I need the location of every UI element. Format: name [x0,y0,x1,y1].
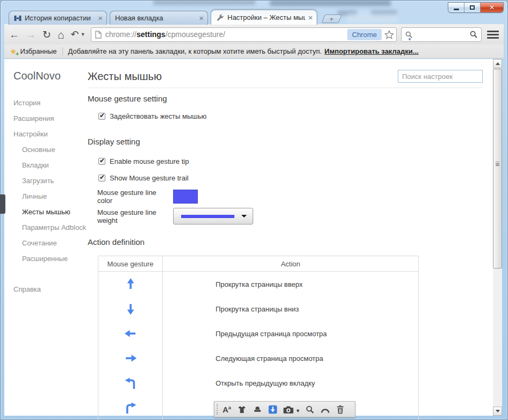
search-input[interactable] [413,29,467,40]
tab-title: Новая вкладка [115,14,196,22]
undo-close-button[interactable]: ↶ ▼ [71,30,85,39]
toolbar-drag-handle[interactable] [217,404,218,415]
tab-close-icon[interactable]: × [98,16,103,21]
arrow-down-icon [98,296,163,321]
bookmarks-bar: ★+ Избранные Добавляйте на эту панель за… [4,45,504,59]
download-icon[interactable] [268,405,277,414]
sidebar-item-link[interactable]: Настройки [13,126,88,142]
sidebar-item-link[interactable]: Параметры Adblock [13,220,88,235]
sidebar-item-link[interactable]: История [13,95,88,111]
table-row[interactable]: Следующая страница просмотра [98,346,418,371]
back-button[interactable]: ← [9,30,19,40]
import-bookmarks-link[interactable]: Импортировать закладки... [325,47,419,55]
url-text: chrome://settings/cpmousegesture/ [105,30,225,39]
print-icon[interactable] [253,405,262,414]
font-size-icon[interactable]: Aa [223,405,231,414]
arrow-curve-right-icon [98,395,163,420]
bookmarks-separator [62,47,63,55]
sidebar-item-link[interactable]: Основные [13,142,88,157]
tab[interactable]: История копирастии× [9,11,107,25]
close-button[interactable]: ✕ [481,3,503,12]
scrollbar-thumb[interactable] [493,69,502,269]
section-heading-mouse-gesture: Mouse gesture setting [88,94,483,103]
line-color-row: Mouse gesture line color [97,190,483,204]
sidebar-item-active[interactable]: Жесты мышью [13,204,88,220]
camera-icon[interactable] [283,405,294,414]
camera-dropdown-caret-icon[interactable]: ▼ [296,408,300,414]
new-tab-button[interactable]: + [321,15,342,23]
arrow-right-icon [98,346,163,371]
gesture-trail-label: Show Mouse gesture trail [110,174,189,182]
window-controls: ✕ [448,3,503,12]
tab[interactable]: Новая вкладка× [110,11,208,25]
line-weight-row: Mouse gesture line weight [97,208,483,225]
bookmark-star-icon[interactable] [384,30,394,39]
table-row[interactable]: Прокрутка страницы вниз [98,296,418,321]
floating-toolbar-icons: Aa▼ [223,405,350,414]
tshirt-icon[interactable] [237,405,247,414]
gesture-table: Mouse gesture Action Прокрутка страницы … [98,256,419,420]
sidebar: CoolNovo ИсторияРасширенияНастройкиОснов… [4,59,88,416]
line-weight-dropdown[interactable] [173,208,253,225]
vertical-scrollbar [493,59,502,416]
gesture-tip-label: Enable mouse gesture tip [110,157,189,165]
sidebar-item-link[interactable]: Загрузить [13,173,88,189]
menu-icon[interactable] [487,29,499,40]
favorites-label[interactable]: Избранные [20,47,56,55]
chrome-keyword-badge[interactable]: Chrome [347,29,382,40]
trash-icon[interactable] [336,405,345,414]
headset-icon[interactable] [320,406,330,413]
reload-button[interactable]: ↻ [42,30,51,40]
plus-icon: + [16,51,19,57]
sidebar-item-link[interactable]: Вкладки [13,157,88,173]
line-color-swatch[interactable] [173,190,198,204]
table-row[interactable]: Прокрутка страницы вверх [98,272,418,296]
zoom-icon[interactable] [305,405,314,414]
forward-button[interactable]: → [26,30,36,40]
scroll-up-button[interactable] [493,59,502,68]
main-panel: Жесты мышью Mouse gesture setting Задейс… [88,59,493,416]
tab-close-icon[interactable]: × [308,15,313,20]
maximize-button[interactable] [464,3,481,12]
settings-search-input[interactable] [398,70,483,83]
gesture-action-label: Следующая страница просмотра [163,346,418,371]
line-color-label: Mouse gesture line color [97,189,173,205]
arrow-left-icon [98,321,163,346]
enable-gestures-checkbox[interactable] [98,113,105,120]
gesture-trail-checkbox[interactable] [98,175,105,182]
add-favorite-star-icon[interactable]: ★+ [10,47,17,55]
gesture-tip-checkbox[interactable] [98,158,105,165]
scroll-down-button[interactable] [493,407,502,416]
sidebar-item-link[interactable]: Справка [13,281,88,297]
sidebar-item-link[interactable]: Личные [13,189,88,204]
url-host: settings [137,30,166,39]
sidebar-item-link[interactable]: Расширенные [13,251,88,266]
gesture-action-label: Открыть предыдущую вкладку [163,371,418,395]
bookmarks-hint: Добавляйте на эту панель закладки, к кот… [68,47,321,55]
sidebar-item-link[interactable]: Расширения [13,111,88,126]
minimize-button[interactable] [448,3,464,12]
gesture-action-label: Прокрутка страницы вниз [163,296,418,321]
address-bar[interactable]: chrome://settings/cpmousegesture/ Chrome [91,27,397,42]
habr-logo-icon [14,15,22,22]
table-row[interactable]: Предыдущая страница просмотра [98,321,418,346]
search-box: ▼ [401,27,482,42]
table-row[interactable]: Открыть предыдущую вкладку [98,371,418,395]
gesture-action-label: Предыдущая страница просмотра [163,321,418,346]
page-icon [95,31,102,39]
arrow-up-icon [98,272,163,296]
side-panel-handle[interactable] [0,194,5,214]
home-button[interactable]: ⌂ [58,29,65,40]
arrow-curve-left-icon [98,371,163,395]
background-window-blur [347,13,398,24]
url-scheme: chrome:// [105,30,137,39]
enable-gestures-label: Задействовать жесты мышью [110,112,206,120]
tab-active[interactable]: Настройки – Жесты мыш× [211,10,317,25]
search-go-icon[interactable] [467,30,480,39]
tab-close-icon[interactable]: × [199,16,204,21]
chevron-down-icon: ▼ [81,32,85,37]
section-heading-display: Display setting [88,137,483,146]
enable-gestures-row: Задействовать жесты мышью [98,112,483,120]
search-engine-caret-icon[interactable]: ▼ [407,37,412,42]
sidebar-item-link[interactable]: Сочетание [13,235,88,251]
